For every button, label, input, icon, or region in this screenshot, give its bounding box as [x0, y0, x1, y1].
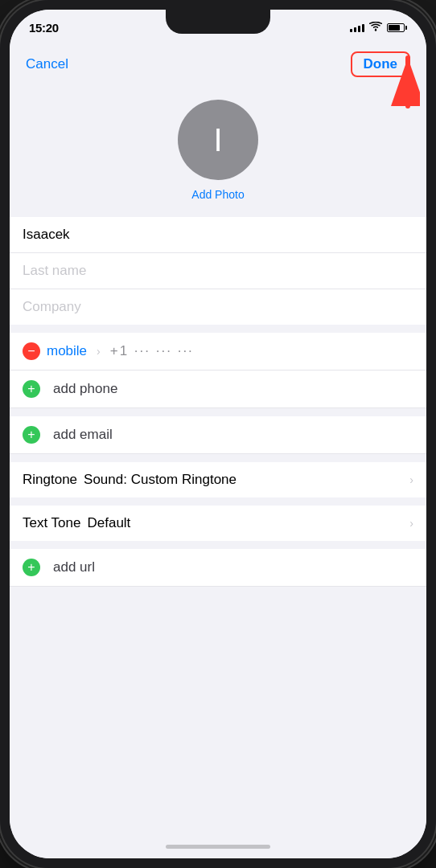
ringtone-row[interactable]: Ringtone Sound: Custom Ringtone › [10, 462, 426, 497]
name-section: Isaacek Last name Company [10, 217, 426, 325]
phone-inner: 15:20 [10, 10, 426, 858]
battery-icon [387, 23, 407, 32]
text-tone-value: Default [87, 515, 130, 531]
battery-fill [389, 25, 400, 31]
status-time: 15:20 [29, 21, 59, 35]
ringtone-chevron-icon: › [409, 473, 413, 486]
divider-2 [10, 408, 426, 416]
divider-1 [10, 325, 426, 333]
add-phone-row[interactable]: + add phone [10, 371, 426, 408]
svg-point-0 [375, 29, 376, 31]
plus-icon-url: + [27, 561, 35, 574]
plus-icon-email: + [27, 428, 35, 441]
minus-icon: − [27, 345, 35, 358]
wifi-icon [369, 22, 382, 34]
divider-5 [10, 541, 426, 549]
add-url-button[interactable]: + [23, 559, 40, 576]
text-tone-row[interactable]: Text Tone Default › [10, 506, 426, 541]
text-tone-chevron-icon: › [409, 517, 413, 530]
email-section: + add email [10, 416, 426, 454]
first-name-field[interactable]: Isaacek [10, 217, 426, 253]
sound-section: Ringtone Sound: Custom Ringtone › [10, 462, 426, 497]
first-name-value: Isaacek [23, 227, 70, 243]
remove-phone-button[interactable]: − [23, 342, 40, 360]
phone-row[interactable]: − mobile › +1 ··· ··· ··· [10, 333, 426, 371]
avatar[interactable]: I [178, 100, 258, 180]
status-bar: 15:20 [10, 10, 426, 45]
home-indicator [10, 834, 426, 858]
photo-section: I Add Photo [10, 87, 426, 217]
text-tone-label: Text Tone [23, 515, 80, 531]
url-section: + add url [10, 549, 426, 587]
avatar-initial: I [213, 122, 222, 158]
add-url-label: add url [53, 559, 95, 575]
signal-bars-icon [350, 23, 364, 32]
signal-bar-4 [362, 24, 364, 32]
add-email-row[interactable]: + add email [10, 416, 426, 454]
plus-icon-phone: + [27, 383, 35, 395]
divider-3 [10, 454, 426, 462]
signal-bar-3 [358, 26, 360, 32]
battery-tip [405, 26, 407, 30]
form-content: I Add Photo Isaacek Last name Company [10, 87, 426, 834]
signal-bar-2 [354, 27, 356, 32]
text-tone-left: Text Tone Default [23, 515, 130, 531]
nav-bar: Cancel Done [10, 45, 426, 87]
add-phone-button[interactable]: + [23, 380, 40, 398]
ringtone-right: › [409, 473, 413, 486]
add-phone-label: add phone [53, 381, 117, 397]
phone-frame: 15:20 [0, 0, 436, 868]
text-tone-section: Text Tone Default › [10, 506, 426, 541]
phone-section: − mobile › +1 ··· ··· ··· + add phone [10, 333, 426, 408]
phone-type-label[interactable]: mobile [47, 343, 87, 359]
ringtone-value: Sound: Custom Ringtone [84, 472, 237, 488]
done-button[interactable]: Done [351, 51, 411, 77]
text-tone-right: › [409, 517, 413, 530]
signal-bar-1 [350, 29, 352, 32]
last-name-field[interactable]: Last name [10, 253, 426, 289]
status-icons [350, 22, 407, 34]
home-bar [166, 845, 270, 849]
add-url-row[interactable]: + add url [10, 549, 426, 587]
battery-body [387, 23, 405, 32]
phone-number-value: +1 ··· ··· ··· [110, 343, 194, 359]
divider-4 [10, 497, 426, 506]
cancel-button[interactable]: Cancel [26, 56, 68, 72]
divider-6 [10, 587, 426, 595]
phone-type-chevron-icon: › [97, 345, 101, 358]
ringtone-label: Ringtone [23, 472, 77, 488]
ringtone-left: Ringtone Sound: Custom Ringtone [23, 472, 237, 488]
company-field[interactable]: Company [10, 289, 426, 325]
add-email-button[interactable]: + [23, 426, 40, 444]
company-placeholder: Company [23, 299, 81, 315]
add-photo-label[interactable]: Add Photo [191, 188, 244, 201]
last-name-placeholder: Last name [23, 263, 86, 279]
notch [166, 10, 270, 34]
add-email-label: add email [53, 427, 113, 443]
